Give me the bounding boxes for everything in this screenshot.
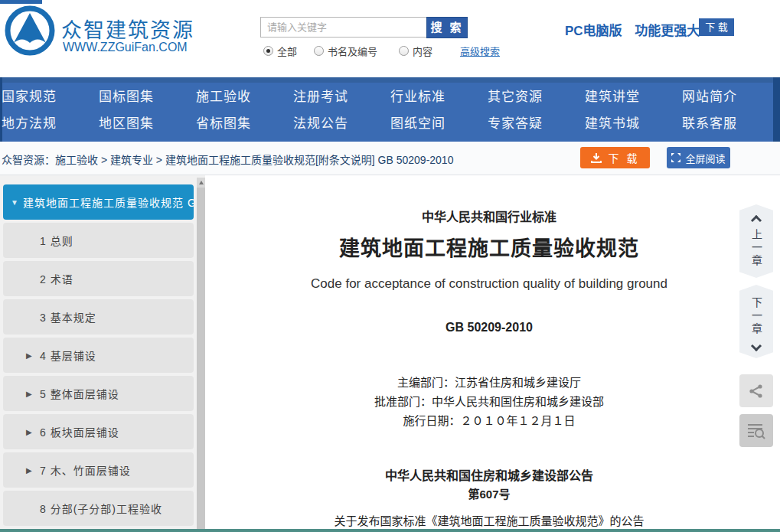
triangle-right-icon: ▶ (26, 428, 40, 436)
brand-url: WWW.ZZGuiFan.COM (63, 41, 188, 54)
nav-item-lecture-hall[interactable]: 建筑讲堂 (585, 87, 682, 107)
nav-item-industry-standards[interactable]: 行业标准 (390, 87, 488, 107)
sidebar-item-label: 1 总则 (40, 233, 73, 248)
search-input[interactable] (260, 17, 427, 38)
document-title-english: Code for acceptance of construction qual… (205, 276, 773, 292)
document-download-label: 下 载 (609, 150, 640, 165)
chevron-up-icon (751, 215, 762, 226)
announcement-subject: 关于发布国家标准《建筑地面工程施工质量验收规范》的公告 (205, 512, 773, 528)
advanced-search-link[interactable]: 高级搜索 (460, 44, 500, 58)
nav-item-contact-service[interactable]: 联系客服 (682, 114, 779, 134)
radio-all-label: 全部 (277, 44, 297, 58)
previous-chapter-button[interactable]: 上一章 (739, 204, 773, 278)
nav-item-local-regulations[interactable]: 地方法规 (2, 114, 99, 134)
search-scope-options: 全部 书名及编号 内容 高级搜索 (263, 44, 500, 57)
chapter-sidebar: ▼ 建筑地面工程施工质量验收规范 GB. 1 总则 2 术语 3 基本规定 ▶ … (0, 175, 205, 530)
sidebar-item-label: 8 分部(子分部)工程验收 (40, 501, 162, 516)
document-title: 建筑地面工程施工质量验收规范 (205, 232, 773, 262)
sidebar-item-label: 6 板块面层铺设 (40, 424, 119, 439)
triangle-right-icon: ▶ (26, 351, 40, 360)
nav-item-registration-exam[interactable]: 注册考试 (293, 87, 390, 107)
sidebar-item-label: 4 基层铺设 (40, 348, 96, 363)
sidebar-item-label: 3 基本规定 (40, 309, 96, 325)
radio-content-label: 内容 (413, 44, 432, 58)
fullscreen-read-button[interactable]: 全屏阅读 (667, 147, 730, 168)
search-in-document-button[interactable] (739, 414, 773, 447)
effective-date: 施行日期：２０１０年１２月１日 (205, 411, 773, 430)
nav-item-site-intro[interactable]: 网站简介 (682, 87, 779, 107)
breadcrumb-bar: 众智资源：施工验收 > 建筑专业 > 建筑地面工程施工质量验收规范[附条文说明]… (0, 142, 780, 175)
previous-chapter-label: 上一章 (749, 229, 764, 268)
next-chapter-button[interactable]: 下一章 (739, 285, 773, 358)
radio-title-number-icon[interactable] (314, 46, 324, 56)
footer-divider-line (0, 529, 780, 532)
fullscreen-icon (671, 153, 680, 162)
nav-item-regional-atlas[interactable]: 地区图集 (99, 114, 196, 134)
chevron-down-icon (751, 341, 762, 351)
sidebar-item-document-root[interactable]: ▼ 建筑地面工程施工质量验收规范 GB. (3, 184, 194, 220)
sidebar-item-chapter-7[interactable]: ▶ 7 木、竹面层铺设 (3, 452, 194, 488)
sidebar-item-label: 7 木、竹面层铺设 (40, 462, 131, 478)
share-button[interactable] (739, 374, 773, 407)
promo-text-2: 功能更强大 (635, 24, 700, 38)
nav-item-provincial-atlas[interactable]: 省标图集 (196, 114, 293, 134)
nav-item-regulation-notices[interactable]: 法规公告 (293, 114, 390, 134)
pc-download-button[interactable]: 下 载 (699, 18, 734, 36)
next-chapter-label: 下一章 (749, 297, 764, 336)
standard-code: GB 50209-2010 (205, 321, 773, 335)
triangle-down-icon: ▼ (11, 198, 23, 207)
nav-item-national-codes[interactable]: 国家规范 (2, 87, 99, 107)
sidebar-scrollbar[interactable] (197, 178, 205, 529)
download-icon (591, 153, 602, 163)
sidebar-item-chapter-2[interactable]: 2 术语 (3, 261, 194, 296)
fullscreen-read-label: 全屏阅读 (685, 151, 725, 165)
promo-text-1: PC电脑版 (565, 24, 622, 38)
sidebar-item-chapter-3[interactable]: 3 基本规定 (3, 299, 194, 335)
top-edge-strip (0, 0, 42, 4)
department-info: 主编部门：江苏省住房和城乡建设厅 批准部门：中华人民共和国住房和城乡建设部 施行… (205, 373, 773, 430)
announcement-title: 中华人民共和国住房和城乡建设部公告 (205, 465, 773, 484)
nav-item-other-resources[interactable]: 其它资源 (488, 87, 585, 107)
scrollbar-up-arrow-icon (199, 181, 204, 184)
site-logo[interactable] (5, 5, 55, 56)
main-nav: 国家规范 国标图集 施工验收 注册考试 行业标准 其它资源 建筑讲堂 网站简介 … (0, 77, 780, 142)
chief-department: 主编部门：江苏省住房和城乡建设厅 (205, 373, 773, 392)
announcement-number: 第607号 (205, 485, 773, 501)
nav-item-drawing-space[interactable]: 图纸空间 (390, 114, 488, 134)
radio-title-number-label: 书名及编号 (328, 44, 377, 58)
brand-name: 众智建筑资源 (61, 14, 194, 44)
sidebar-item-label: 2 术语 (40, 271, 73, 286)
page: 众智建筑资源 WWW.ZZGuiFan.COM 搜 索 全部 书名及编号 内容 … (0, 0, 780, 532)
sidebar-item-chapter-4[interactable]: ▶ 4 基层铺设 (3, 338, 194, 373)
radio-all[interactable]: 全部 (263, 44, 297, 58)
triangle-right-icon: ▶ (26, 390, 40, 398)
radio-title-number[interactable]: 书名及编号 (314, 44, 377, 58)
radio-all-icon[interactable] (263, 46, 273, 56)
sidebar-item-chapter-1[interactable]: 1 总则 (3, 223, 194, 258)
triangle-right-icon: ▶ (26, 466, 40, 475)
document-view: 中华人民共和国行业标准 建筑地面工程施工质量验收规范 Code for acce… (205, 175, 773, 530)
nav-item-construction-acceptance[interactable]: 施工验收 (196, 87, 293, 107)
sidebar-item-chapter-6[interactable]: ▶ 6 板块面层铺设 (3, 414, 194, 449)
document-search-icon (747, 423, 765, 439)
scrollbar-up-button[interactable] (197, 178, 205, 188)
share-icon (748, 383, 765, 400)
sidebar-item-label: 5 整体面层铺设 (40, 386, 119, 401)
nav-grid: 国家规范 国标图集 施工验收 注册考试 行业标准 其它资源 建筑讲堂 网站简介 … (2, 87, 778, 134)
approve-department: 批准部门：中华人民共和国住房和城乡建设部 (205, 392, 773, 411)
logo-icon (5, 5, 55, 56)
radio-content[interactable]: 内容 (399, 44, 432, 58)
sidebar-item-chapter-5[interactable]: ▶ 5 整体面层铺设 (3, 376, 194, 411)
nav-item-book-city[interactable]: 建筑书城 (585, 114, 682, 134)
breadcrumb[interactable]: 众智资源：施工验收 > 建筑专业 > 建筑地面工程施工质量验收规范[附条文说明]… (2, 152, 453, 167)
document-download-button[interactable]: 下 载 (580, 147, 650, 168)
sidebar-item-label: 建筑地面工程施工质量验收规范 GB. (23, 194, 194, 210)
standard-type: 中华人民共和国行业标准 (205, 207, 773, 225)
search-button[interactable]: 搜 索 (426, 17, 468, 38)
nav-item-national-atlas[interactable]: 国标图集 (99, 87, 196, 107)
nav-item-expert-qa[interactable]: 专家答疑 (488, 114, 585, 134)
radio-content-icon[interactable] (399, 46, 409, 56)
sidebar-item-chapter-8[interactable]: 8 分部(子分部)工程验收 (3, 491, 194, 526)
pc-version-promo: PC电脑版 功能更强大 (565, 20, 700, 39)
